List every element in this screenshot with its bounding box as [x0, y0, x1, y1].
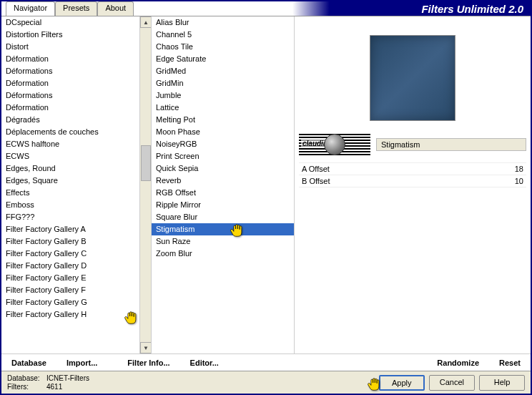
category-item[interactable]: Dégradés [1, 114, 139, 126]
filter-item[interactable]: NoiseyRGB [152, 138, 294, 150]
preview-image [370, 35, 455, 121]
filters-count-label: Filters: [7, 383, 46, 391]
apply-button[interactable]: Apply [379, 375, 425, 391]
filter-header: claudia Stigmatism [299, 134, 526, 155]
reset-button[interactable]: Reset [489, 356, 531, 369]
db-label: Database: [7, 374, 46, 382]
category-item[interactable]: Distort [1, 41, 139, 53]
footer: Database: ICNET-Filters Filters: 4611 Ap… [1, 371, 531, 394]
author-badge: claudia [299, 134, 370, 155]
filter-item[interactable]: Reverb [152, 175, 294, 187]
tab-about[interactable]: About [97, 1, 134, 16]
window-title: Filters Unlimited 2.0 [421, 3, 523, 15]
category-item[interactable]: Déplacements de couches [1, 126, 139, 138]
category-item[interactable]: FFG??? [1, 211, 139, 223]
param-label: B Offset [302, 177, 330, 185]
scroll-thumb[interactable] [141, 145, 151, 181]
param-row[interactable]: A Offset 18 [299, 162, 526, 175]
category-item[interactable]: Filter Factory Gallery B [1, 235, 139, 248]
filter-item[interactable]: Zoom Blur [152, 248, 294, 260]
toolbar: Database Import... Filter Info... Editor… [1, 353, 531, 371]
scroll-down-icon[interactable]: ▼ [140, 342, 152, 353]
category-item[interactable]: Filter Factory Gallery H [1, 308, 139, 321]
category-item[interactable]: Edges, Round [1, 162, 139, 175]
filter-item[interactable]: RGB Offset [152, 187, 294, 199]
category-item[interactable]: Distortion Filters [1, 29, 139, 41]
scroll-up-icon[interactable]: ▲ [140, 16, 152, 28]
current-filter-name: Stigmatism [376, 138, 526, 151]
param-value: 10 [515, 177, 523, 185]
category-item[interactable]: ECWS halftone [1, 138, 139, 150]
tab-navigator[interactable]: Navigator [6, 1, 55, 16]
import-button[interactable]: Import... [56, 356, 107, 369]
param-row[interactable]: B Offset 10 [299, 175, 526, 187]
help-button[interactable]: Help [479, 375, 525, 391]
category-item[interactable]: Filter Factory Gallery D [1, 260, 139, 272]
filter-info-button[interactable]: Filter Info... [117, 356, 179, 369]
category-item[interactable]: Déformations [1, 89, 139, 102]
filter-item[interactable]: Square Blur [152, 211, 294, 223]
database-button[interactable]: Database [1, 356, 56, 369]
hand-cursor-icon [366, 376, 382, 392]
main-content: DCspecialDistortion FiltersDistortDéform… [1, 16, 531, 353]
filters-count-value: 4611 [46, 383, 62, 391]
filter-item[interactable]: Chaos Tile [152, 41, 294, 53]
footer-info: Database: ICNET-Filters Filters: 4611 [7, 374, 89, 391]
filter-item[interactable]: Sun Raze [152, 235, 294, 248]
category-item[interactable]: Emboss [1, 199, 139, 211]
category-item[interactable]: ECWS [1, 150, 139, 162]
dialog-window: Navigator Presets About Filters Unlimite… [0, 0, 532, 395]
filter-item[interactable]: Stigmatism [152, 223, 294, 235]
filter-item[interactable]: Channel 5 [152, 29, 294, 41]
filter-item[interactable]: Quick Sepia [152, 162, 294, 175]
hand-cursor-icon [123, 310, 139, 326]
filter-list[interactable]: Alias BlurChannel 5Chaos TileEdge Satura… [152, 16, 295, 353]
randomize-button[interactable]: Randomize [427, 356, 489, 369]
preview-panel: claudia Stigmatism A Offset 18 B Offset … [295, 16, 531, 353]
category-item[interactable]: Filter Factory Gallery G [1, 296, 139, 308]
parameters: A Offset 18 B Offset 10 [299, 162, 526, 187]
param-label: A Offset [302, 165, 330, 173]
tabs: Navigator Presets About [1, 1, 134, 16]
filter-item[interactable]: GridMin [152, 77, 294, 89]
filter-item[interactable]: Ripple Mirror [152, 199, 294, 211]
param-value: 18 [515, 165, 523, 173]
category-list[interactable]: DCspecialDistortion FiltersDistortDéform… [1, 16, 152, 353]
filter-item[interactable]: Alias Blur [152, 16, 294, 29]
category-item[interactable]: Filter Factory Gallery F [1, 284, 139, 296]
filter-item[interactable]: Lattice [152, 102, 294, 114]
category-item[interactable]: Edges, Square [1, 175, 139, 187]
titlebar: Navigator Presets About Filters Unlimite… [1, 1, 531, 16]
category-scrollbar[interactable]: ▲ ▼ [139, 16, 151, 353]
category-item[interactable]: DCspecial [1, 16, 139, 29]
category-item[interactable]: Déformation [1, 77, 139, 89]
filter-item[interactable]: Jumble [152, 89, 294, 102]
filter-item[interactable]: GridMed [152, 65, 294, 77]
category-item[interactable]: Déformations [1, 65, 139, 77]
tab-presets[interactable]: Presets [55, 1, 97, 16]
filter-item[interactable]: Edge Saturate [152, 53, 294, 65]
category-item[interactable]: Effects [1, 187, 139, 199]
category-item[interactable]: Filter Factory Gallery C [1, 248, 139, 260]
watermark-label: claudia [301, 140, 328, 147]
category-item[interactable]: Déformation [1, 102, 139, 114]
filter-item[interactable]: Moon Phase [152, 126, 294, 138]
db-value: ICNET-Filters [46, 374, 89, 382]
filter-item[interactable]: Print Screen [152, 150, 294, 162]
editor-button[interactable]: Editor... [180, 356, 229, 369]
category-item[interactable]: Déformation [1, 53, 139, 65]
footer-buttons: Apply Cancel Help [379, 375, 525, 391]
category-item[interactable]: Filter Factory Gallery A [1, 223, 139, 235]
category-item[interactable]: Filter Factory Gallery E [1, 272, 139, 284]
filter-item[interactable]: Melting Pot [152, 114, 294, 126]
cancel-button[interactable]: Cancel [429, 375, 475, 391]
